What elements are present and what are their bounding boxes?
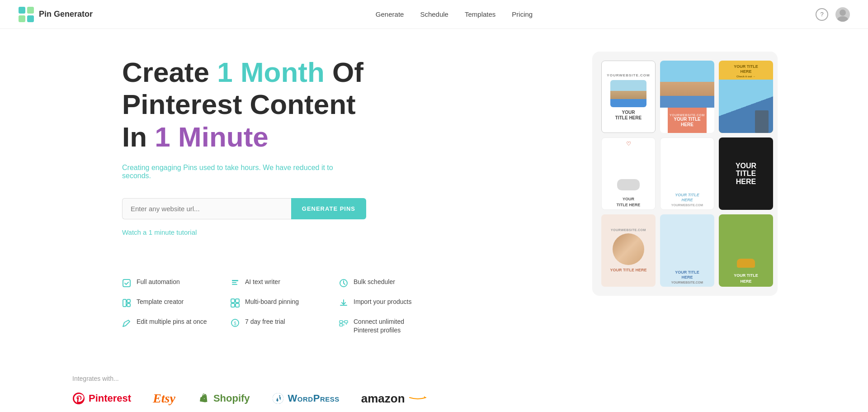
edit-icon — [122, 318, 132, 328]
feature-free-trial: $ 7 day free trial — [231, 317, 321, 335]
automation-icon — [122, 279, 132, 289]
svg-rect-20 — [340, 321, 343, 323]
svg-rect-21 — [344, 321, 348, 323]
svg-rect-6 — [123, 279, 130, 287]
feature-label: Template creator — [137, 298, 184, 307]
feature-label: Full automation — [137, 278, 180, 287]
hero-line3: In 1 Minute — [122, 121, 269, 152]
amazon-label: amazon — [361, 392, 405, 406]
logo-etsy[interactable]: Etsy — [153, 391, 175, 406]
hero-line1: Create 1 Month Of — [122, 57, 363, 88]
feature-connect-profiles: Connect unlimited Pinterest profiles — [339, 317, 429, 335]
navbar: Pin Generator Generate Schedule Template… — [0, 0, 868, 29]
url-input[interactable] — [122, 198, 291, 219]
svg-rect-14 — [231, 299, 235, 303]
hero-line2: Pinterest Content — [122, 89, 356, 120]
logo-icon — [18, 6, 34, 23]
svg-rect-7 — [232, 280, 238, 281]
pin-card-6: YOURTITLEHERE — [719, 137, 773, 210]
main-content: Create 1 Month Of Pinterest Content In 1… — [50, 29, 818, 353]
etsy-label: Etsy — [153, 391, 175, 406]
svg-rect-3 — [27, 15, 34, 22]
connect-icon — [339, 318, 349, 328]
avatar[interactable] — [835, 7, 850, 22]
template-icon — [122, 298, 132, 308]
hero-subtitle: Creating engaging Pins used to take hour… — [122, 164, 348, 180]
wordpress-label: WordPress — [288, 393, 340, 404]
feature-bulk-scheduler: Bulk scheduler — [339, 278, 429, 289]
pin-card-5: YOUR TITLEHERE YOURWEBSITE.COM — [660, 137, 714, 210]
logo[interactable]: Pin Generator — [18, 6, 93, 23]
svg-point-4 — [840, 9, 846, 16]
features-grid: Full automation AI text writer Bulk sche… — [122, 278, 439, 335]
bulk-scheduler-icon — [339, 279, 349, 289]
nav-pricing[interactable]: Pricing — [512, 10, 533, 18]
pin-card-7: YOURWEBSITE.COM YOUR TITLE HERE — [601, 214, 656, 287]
hero-minute: 1 Minute — [155, 121, 268, 152]
svg-rect-11 — [123, 299, 126, 307]
nav-templates[interactable]: Templates — [465, 10, 495, 18]
pin-templates-panel: YOURWEBSITE.COM YOURTITLE HERE YOURWEBSI… — [592, 52, 782, 296]
svg-rect-0 — [19, 7, 25, 14]
hero-title: Create 1 Month Of Pinterest Content In 1… — [122, 56, 439, 153]
svg-rect-13 — [127, 303, 130, 307]
url-input-row: GENERATE PINS — [122, 198, 366, 219]
feature-template-creator: Template creator — [122, 298, 212, 308]
logo-wordpress[interactable]: WordPress — [272, 392, 340, 405]
trial-icon: $ — [231, 318, 241, 328]
pin-card-8: YOUR TITLEHERE YOURWEBSITE.COM — [660, 214, 714, 287]
nav-generate[interactable]: Generate — [376, 10, 404, 18]
feature-label: Edit multiple pins at once — [137, 317, 207, 327]
svg-rect-1 — [27, 7, 34, 14]
svg-rect-12 — [127, 299, 130, 303]
svg-rect-22 — [340, 324, 343, 326]
svg-rect-8 — [232, 282, 236, 283]
svg-rect-2 — [19, 15, 25, 22]
pin-card-4: ♡ YOURTITLE HERE — [601, 137, 656, 210]
feature-label: Connect unlimited Pinterest profiles — [354, 317, 429, 335]
integrations-section: Integrates with... Pinterest Etsy Shopif… — [0, 353, 868, 412]
shopify-label: Shopify — [213, 393, 250, 404]
nav-actions: ? — [816, 7, 850, 22]
feature-multi-board: Multi-board pinning — [231, 298, 321, 308]
svg-rect-15 — [236, 299, 239, 303]
feature-import-products: Import your products — [339, 298, 429, 308]
integrations-label: Integrates with... — [72, 375, 796, 382]
feature-full-automation: Full automation — [122, 278, 212, 289]
svg-rect-16 — [231, 303, 235, 307]
tutorial-link[interactable]: Watch a 1 minute tutorial — [122, 228, 197, 236]
multi-board-icon — [231, 298, 241, 308]
nav-schedule[interactable]: Schedule — [420, 10, 448, 18]
svg-point-5 — [837, 16, 848, 22]
left-section: Create 1 Month Of Pinterest Content In 1… — [122, 56, 439, 335]
integration-logos-row: Pinterest Etsy Shopify WordPress amazon — [72, 391, 796, 406]
feature-edit-pins: Edit multiple pins at once — [122, 317, 212, 335]
nav-links: Generate Schedule Templates Pricing — [376, 10, 533, 18]
logo-shopify[interactable]: Shopify — [197, 392, 250, 405]
pin-card-9: YOUR TITLEHERE — [719, 214, 773, 287]
svg-rect-9 — [232, 284, 237, 285]
pin-card-3: YOUR TITLEHERE Check it out → — [719, 61, 773, 133]
ai-text-icon — [231, 279, 241, 289]
pin-grid: YOURWEBSITE.COM YOURTITLE HERE YOURWEBSI… — [592, 52, 778, 296]
help-icon[interactable]: ? — [816, 8, 828, 21]
hero-month: 1 Month — [217, 57, 325, 88]
feature-label: Import your products — [354, 298, 411, 307]
logo-text: Pin Generator — [39, 9, 93, 19]
feature-ai-text: AI text writer — [231, 278, 321, 289]
svg-text:$: $ — [234, 321, 236, 326]
pin-card-2: YOURWEBSITE.COM YOUR TITLEHERE — [660, 61, 714, 133]
svg-rect-17 — [236, 303, 239, 307]
feature-label: AI text writer — [245, 278, 280, 287]
logo-amazon[interactable]: amazon — [361, 392, 427, 406]
feature-label: Multi-board pinning — [245, 298, 299, 307]
logo-pinterest[interactable]: Pinterest — [72, 392, 131, 405]
feature-label: Bulk scheduler — [354, 278, 395, 287]
pinterest-label: Pinterest — [89, 393, 131, 404]
pin-card-1: YOURWEBSITE.COM YOURTITLE HERE — [601, 61, 656, 133]
feature-label: 7 day free trial — [245, 317, 285, 327]
generate-button[interactable]: GENERATE PINS — [291, 198, 366, 219]
import-icon — [339, 298, 349, 308]
